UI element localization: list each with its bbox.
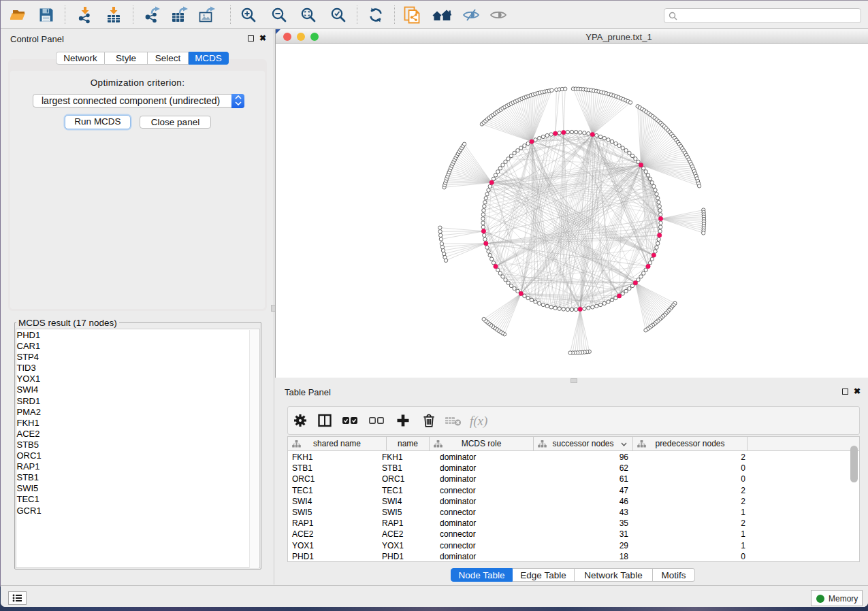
svg-text:f(x): f(x) (470, 414, 487, 429)
